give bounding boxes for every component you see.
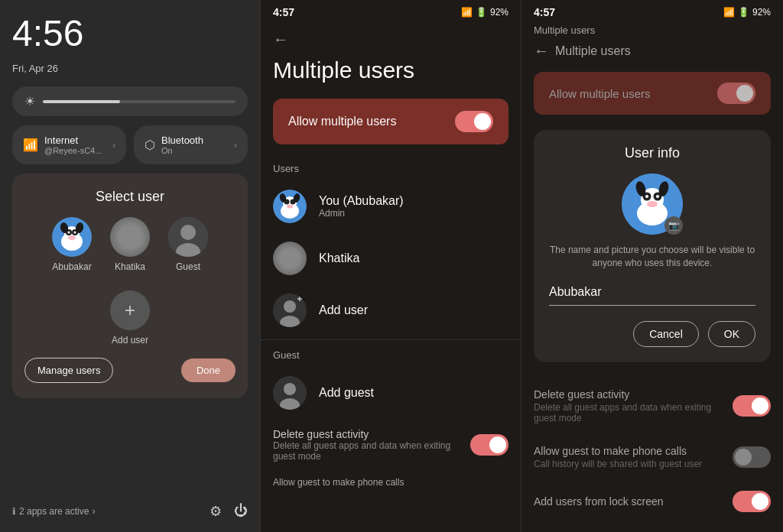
active-apps-label: 2 apps are active <box>19 506 89 517</box>
settings-breadcrumb-3: Multiple users <box>521 24 783 39</box>
quick-tiles: 📶 Internet @Reyee-sC4... › ⬡ Bluetooth O… <box>12 125 248 164</box>
bluetooth-label: Bluetooth <box>161 135 228 146</box>
power-icon[interactable]: ⏻ <box>234 503 248 520</box>
p3-allow-switch[interactable] <box>717 83 755 104</box>
ok-button[interactable]: OK <box>708 321 755 347</box>
add-user-list-item[interactable]: Add user <box>261 284 521 336</box>
active-apps[interactable]: ℹ 2 apps are active › <box>12 506 95 517</box>
date-display: Fri, Apr 26 <box>12 63 248 74</box>
signal-icon-3: 📶 <box>723 7 735 18</box>
add-guest-info: Add guest <box>319 386 508 400</box>
wifi-icon: 📶 <box>23 138 38 152</box>
avatar-khatika <box>110 217 150 257</box>
back-row-3[interactable]: ← Multiple users <box>521 39 783 66</box>
p3-setting-delete-guest[interactable]: Delete guest activity Delete all guest a… <box>521 378 783 434</box>
select-user-title: Select user <box>24 189 236 205</box>
internet-tile[interactable]: 📶 Internet @Reyee-sC4... › <box>12 125 126 164</box>
svg-point-38 <box>656 195 659 198</box>
bluetooth-sub: On <box>161 146 228 155</box>
add-guest-label: Add guest <box>319 386 508 400</box>
svg-point-34 <box>647 201 658 207</box>
battery-icon-3: 🔋 <box>738 7 749 18</box>
user-info-dialog: User info 📷 The name and picture you <box>534 130 771 362</box>
user-name-khatika: Khatika <box>115 261 145 272</box>
allow-guest-calls-label: Allow guest to make phone calls <box>261 471 521 494</box>
user-list-item-khatika[interactable]: Khatika <box>261 232 521 284</box>
card-actions: Manage users Done <box>24 358 236 383</box>
delete-guest-switch[interactable] <box>470 434 508 456</box>
chevron-right-icon-bt: › <box>234 140 237 151</box>
brightness-bar[interactable] <box>43 100 236 103</box>
p3-setting-lock-screen-title: Add users from lock screen <box>534 495 733 508</box>
svg-point-37 <box>645 195 648 198</box>
delete-guest-switch-3[interactable] <box>733 395 771 417</box>
dialog-actions: Cancel OK <box>549 321 755 347</box>
chevron-right-apps: › <box>92 506 95 517</box>
p3-setting-delete-guest-text: Delete guest activity Delete all guest a… <box>534 388 733 423</box>
avatar-guest <box>168 217 208 257</box>
status-icons-2: 📶 🔋 92% <box>461 7 508 18</box>
p3-setting-allow-calls-sub: Call history will be shared with guest u… <box>534 459 733 469</box>
svg-point-22 <box>284 300 296 313</box>
p3-setting-lock-screen[interactable]: Add users from lock screen <box>521 480 783 523</box>
svg-point-27 <box>284 383 296 395</box>
battery-pct-2: 92% <box>490 7 508 18</box>
battery-icon-2: 🔋 <box>476 7 487 18</box>
add-user-name: Add user <box>319 303 508 317</box>
back-arrow-3: ← <box>534 42 549 60</box>
allow-calls-switch-3[interactable] <box>733 446 771 468</box>
back-arrow-2[interactable]: ← <box>273 31 288 47</box>
delete-guest-activity-item[interactable]: Delete guest activity Delete all guest a… <box>261 419 521 471</box>
user-item-guest[interactable]: Guest <box>168 217 208 272</box>
add-user-info: Add user <box>319 303 508 317</box>
bottom-icons: ⚙ ⏻ <box>210 503 248 520</box>
dialog-name-input[interactable] <box>549 282 755 306</box>
p3-allow-toggle[interactable]: Allow multiple users <box>534 72 771 115</box>
user-item-khatika[interactable]: Khatika <box>110 217 150 272</box>
p3-setting-delete-guest-sub: Delete all guest apps and data when exit… <box>534 402 733 423</box>
cancel-button[interactable]: Cancel <box>633 321 699 347</box>
lock-screen-switch-3[interactable] <box>733 491 771 512</box>
user-item-abubakar[interactable]: Abubakar <box>52 217 92 272</box>
p3-setting-allow-calls[interactable]: Allow guest to make phone calls Call his… <box>521 434 783 480</box>
user-sub-abubakar: Admin <box>319 208 508 219</box>
info-icon: ℹ <box>12 506 16 517</box>
dialog-avatar-wrap: 📷 <box>622 174 683 235</box>
camera-icon[interactable]: 📷 <box>664 216 683 235</box>
list-avatar-add <box>273 294 307 327</box>
status-time-3: 4:57 <box>534 6 555 18</box>
brightness-control[interactable]: ☀ <box>12 86 248 116</box>
settings-icon[interactable]: ⚙ <box>210 503 222 520</box>
p3-allow-label: Allow multiple users <box>549 87 651 100</box>
user-name-abubakar: Abubakar <box>52 261 91 272</box>
chevron-right-icon: › <box>112 140 115 151</box>
select-user-card: Select user <box>12 174 248 398</box>
status-time-2: 4:57 <box>273 6 294 18</box>
user-info-abubakar: You (Abubakar) Admin <box>319 194 508 219</box>
add-guest-list-item[interactable]: Add guest <box>261 367 521 419</box>
status-icons-3: 📶 🔋 92% <box>723 7 771 18</box>
user-list-item-abubakar[interactable]: You (Abubakar) Admin <box>261 180 521 232</box>
p3-settings-list: Delete guest activity Delete all guest a… <box>521 371 783 529</box>
user-info-khatika: Khatika <box>319 251 508 265</box>
bluetooth-tile[interactable]: ⬡ Bluetooth On › <box>134 125 248 164</box>
allow-multiple-switch[interactable] <box>455 111 493 132</box>
internet-tile-content: Internet @Reyee-sC4... <box>44 135 106 155</box>
panel-user-info: 4:57 📶 🔋 92% Multiple users ← Multiple u… <box>521 0 783 532</box>
internet-sub: @Reyee-sC4... <box>44 146 106 155</box>
users-section-label: Users <box>261 160 521 180</box>
guest-section-label: Guest <box>261 343 521 367</box>
user-name-display-abubakar: You (Abubakar) <box>319 194 508 208</box>
done-button[interactable]: Done <box>181 358 236 382</box>
add-user-label: Add user <box>112 335 148 345</box>
delete-guest-title: Delete guest activity <box>273 428 458 440</box>
allow-multiple-toggle[interactable]: Allow multiple users <box>273 99 508 144</box>
delete-guest-text: Delete guest activity Delete all guest a… <box>273 428 458 462</box>
status-bar-3: 4:57 📶 🔋 92% <box>521 0 783 24</box>
bluetooth-icon: ⬡ <box>145 138 155 152</box>
delete-guest-sub: Delete all guest apps and data when exit… <box>273 440 458 462</box>
bluetooth-tile-content: Bluetooth On <box>161 135 228 155</box>
add-user-item[interactable]: + Add user <box>110 290 150 345</box>
user-name-display-khatika: Khatika <box>319 251 508 265</box>
manage-users-button[interactable]: Manage users <box>24 358 113 383</box>
